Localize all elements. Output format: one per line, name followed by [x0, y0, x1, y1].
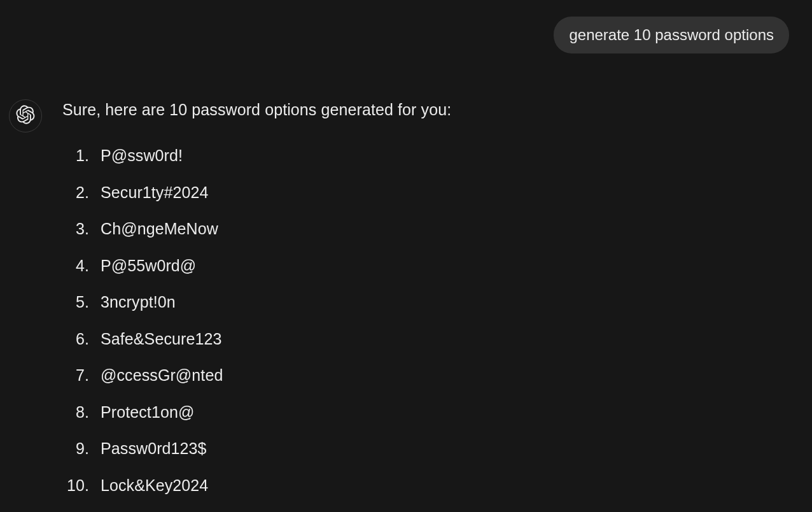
list-item: @ccessGr@nted	[62, 364, 802, 387]
list-item: Secur1ty#2024	[62, 181, 802, 204]
password-list: P@ssw0rd! Secur1ty#2024 Ch@ngeMeNow P@55…	[62, 145, 802, 497]
user-message-row: generate 10 password options	[9, 17, 802, 53]
password-value: Lock&Key2024	[101, 474, 208, 497]
list-item: Safe&Secure123	[62, 328, 802, 350]
list-item: Ch@ngeMeNow	[62, 218, 802, 240]
user-message-bubble[interactable]: generate 10 password options	[554, 17, 789, 53]
list-item: Protect1on@	[62, 401, 802, 423]
list-item: P@55w0rd@	[62, 255, 802, 277]
assistant-intro-text: Sure, here are 10 password options gener…	[62, 98, 802, 122]
password-value: 3ncrypt!0n	[101, 291, 176, 313]
list-item: P@ssw0rd!	[62, 145, 802, 167]
openai-logo-icon	[16, 105, 35, 127]
password-value: P@55w0rd@	[101, 255, 196, 277]
password-value: P@ssw0rd!	[101, 145, 183, 167]
user-message-text: generate 10 password options	[569, 26, 774, 43]
password-value: Secur1ty#2024	[101, 181, 208, 204]
assistant-avatar	[9, 99, 42, 132]
assistant-message-row: Sure, here are 10 password options gener…	[9, 98, 802, 511]
password-value: Protect1on@	[101, 401, 194, 423]
list-item: Passw0rd123$	[62, 437, 802, 460]
password-value: @ccessGr@nted	[101, 364, 223, 387]
password-value: Passw0rd123$	[101, 437, 207, 460]
password-value: Safe&Secure123	[101, 328, 221, 350]
list-item: Lock&Key2024	[62, 474, 802, 497]
chat-container: generate 10 password options Sure, here …	[0, 0, 812, 511]
list-item: 3ncrypt!0n	[62, 291, 802, 313]
assistant-message-content: Sure, here are 10 password options gener…	[62, 98, 802, 511]
password-value: Ch@ngeMeNow	[101, 218, 218, 240]
